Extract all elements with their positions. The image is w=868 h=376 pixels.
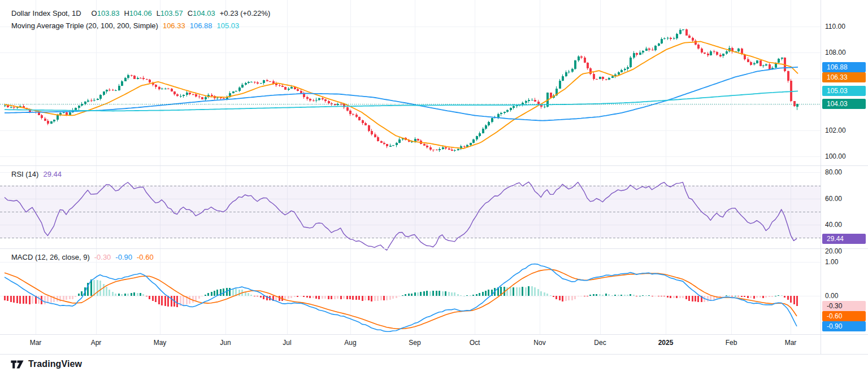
ma-value-1: 106.88 bbox=[190, 21, 212, 30]
time-label-Feb[interactable]: Feb bbox=[726, 339, 737, 347]
ma-indicator-row: Moving Average Triple (20, 100, 200, Sim… bbox=[11, 21, 239, 30]
time-label-May[interactable]: May bbox=[154, 339, 167, 347]
price-axis-label: 108.00 bbox=[825, 48, 846, 57]
macd-value-2: -0.60 bbox=[137, 253, 154, 261]
time-label-Dec[interactable]: Dec bbox=[594, 339, 606, 347]
time-label-Jun[interactable]: Jun bbox=[220, 339, 231, 347]
time-label-Jul[interactable]: Jul bbox=[283, 339, 291, 347]
rsi-value: 29.44 bbox=[43, 170, 62, 178]
price-badge-105.03: 105.03 bbox=[822, 86, 866, 96]
low-value: 103.57 bbox=[160, 9, 183, 18]
open-value: 103.83 bbox=[97, 9, 120, 18]
ma-value-2: 105.03 bbox=[216, 21, 239, 30]
macd-axis-label: 0.00 bbox=[825, 291, 838, 300]
ma-indicator-label[interactable]: Moving Average Triple (20, 100, 200, Sim… bbox=[11, 21, 158, 30]
price-axis-label: 110.00 bbox=[825, 22, 845, 31]
price-axis-label: 100.00 bbox=[825, 152, 846, 161]
macd-badge--0.30: -0.30 bbox=[822, 301, 866, 311]
ma-value-0: 106.33 bbox=[163, 21, 185, 30]
time-label-Aug[interactable]: Aug bbox=[344, 339, 356, 347]
symbol-title[interactable]: Dollar Index Spot, 1D bbox=[11, 9, 81, 18]
price-badge-106.33: 106.33 bbox=[822, 72, 866, 82]
high-value: 104.06 bbox=[129, 9, 152, 18]
macd-value-0: -0.30 bbox=[94, 253, 111, 261]
open-label: O bbox=[92, 9, 97, 18]
price-axis-label: 102.00 bbox=[825, 126, 846, 135]
time-label-Mar[interactable]: Mar bbox=[785, 339, 797, 347]
close-value: 104.03 bbox=[193, 9, 215, 18]
price-badge-104.03: 104.03 bbox=[822, 99, 866, 109]
time-label-Sep[interactable]: Sep bbox=[409, 339, 420, 347]
change-value: +0.23 (+0.22%) bbox=[220, 9, 271, 18]
tradingview-logo[interactable]: TradingView bbox=[10, 359, 82, 369]
time-label-Nov[interactable]: Nov bbox=[533, 339, 545, 347]
low-label: L bbox=[157, 9, 160, 18]
high-label: H bbox=[124, 9, 129, 18]
ohlc-row: Dollar Index Spot, 1DO103.83H104.06L103.… bbox=[11, 9, 270, 18]
macd-indicator-label[interactable]: MACD (12, 26, close, 9) bbox=[11, 253, 90, 261]
price-badge-106.88: 106.88 bbox=[822, 62, 866, 72]
time-label-Apr[interactable]: Apr bbox=[91, 339, 102, 347]
macd-indicator-row: MACD (12, 26, close, 9)-0.30-0.90-0.60 bbox=[11, 253, 154, 261]
chart-canvas[interactable] bbox=[0, 0, 868, 376]
tradingview-logo-icon bbox=[10, 360, 24, 369]
rsi-axis-label: 80.00 bbox=[825, 168, 842, 177]
rsi-badge: 29.44 bbox=[822, 234, 866, 244]
time-label-2025[interactable]: 2025 bbox=[658, 339, 674, 347]
tradingview-logo-text: TradingView bbox=[28, 359, 82, 369]
macd-badge--0.60: -0.60 bbox=[822, 311, 866, 321]
trading-chart: Dollar Index Spot, 1DO103.83H104.06L103.… bbox=[0, 0, 868, 376]
rsi-axis-label: 40.00 bbox=[825, 220, 842, 229]
close-label: C bbox=[188, 9, 193, 18]
macd-axis-label: 1.00 bbox=[825, 257, 838, 266]
rsi-indicator-row: RSI (14)29.44 bbox=[11, 170, 62, 178]
ma-values: 106.33106.88105.03 bbox=[158, 21, 239, 30]
macd-values: -0.30-0.90-0.60 bbox=[90, 253, 154, 261]
rsi-axis-label: 60.00 bbox=[825, 194, 842, 203]
time-label-Mar[interactable]: Mar bbox=[30, 339, 42, 347]
macd-value-1: -0.90 bbox=[115, 253, 132, 261]
time-label-Oct[interactable]: Oct bbox=[470, 339, 480, 347]
rsi-axis-label: 20.00 bbox=[825, 247, 842, 256]
rsi-indicator-label[interactable]: RSI (14) bbox=[11, 170, 38, 178]
macd-badge--0.90: -0.90 bbox=[822, 321, 866, 331]
